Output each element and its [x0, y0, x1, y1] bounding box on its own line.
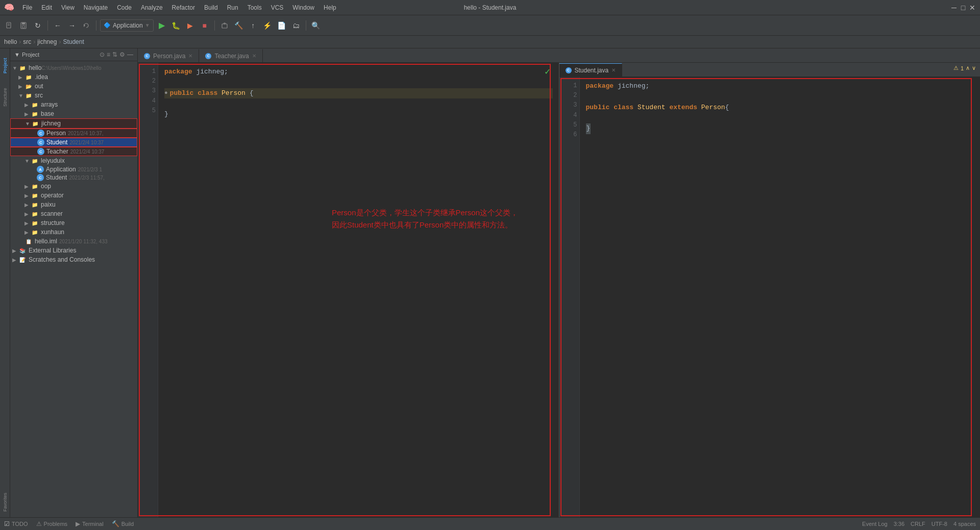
event-log[interactable]: Event Log: [862, 521, 888, 527]
minimize-button[interactable]: ─: [950, 4, 958, 11]
tree-item-application[interactable]: A Application 2021/2/3 1: [10, 165, 137, 173]
run-button[interactable]: ▶: [156, 19, 168, 32]
menu-item-window[interactable]: Window: [288, 3, 318, 12]
run-config-selector[interactable]: 🔷 Application ▼: [100, 19, 154, 32]
toggle-button[interactable]: ⚡: [261, 19, 274, 32]
tree-item-leiyuduix[interactable]: ▼ 📁 leiyuduix: [10, 156, 137, 165]
tree-item-src[interactable]: ▼ 📁 src: [10, 91, 137, 100]
tab-student-java[interactable]: C Student.java ✕: [559, 63, 623, 77]
close-panel-icon[interactable]: —: [127, 51, 133, 58]
tree-item-person[interactable]: C Person 2021/2/4 10:37,: [10, 129, 137, 138]
back-button[interactable]: ←: [52, 19, 64, 32]
menu-item-edit[interactable]: Edit: [37, 3, 56, 12]
tree-item-scanner[interactable]: ▶ 📁 scanner: [10, 209, 137, 218]
menu-item-help[interactable]: Help: [320, 3, 340, 12]
run-coverage-button[interactable]: ▶: [184, 19, 197, 32]
nav-up-icon[interactable]: ∧: [966, 65, 970, 71]
left-code-area[interactable]: package jichneg ; ● public class: [158, 63, 559, 517]
left-editor-content[interactable]: 1 2 3 4 5 package jichneg ;: [138, 63, 559, 517]
maximize-button[interactable]: □: [960, 4, 967, 11]
tree-item-hello-iml[interactable]: 📋 hello.iml 2021/1/20 11:32, 433: [10, 237, 137, 246]
right-editor-content[interactable]: 1 2 3 4 5 6 package jichneg ;: [559, 77, 981, 517]
tab-close-teacher[interactable]: ✕: [252, 53, 256, 59]
window-title: hello - Student.java: [464, 4, 517, 11]
tab-terminal[interactable]: ▶ Terminal: [76, 520, 104, 527]
app-logo-icon: 🧠: [4, 3, 14, 12]
menu-item-analyze[interactable]: Analyze: [137, 3, 167, 12]
tab-close-person[interactable]: ✕: [188, 53, 192, 59]
tree-item-oop[interactable]: ▶ 📁 oop: [10, 182, 137, 191]
locate-icon[interactable]: ⊙: [100, 51, 105, 58]
menu-item-code[interactable]: Code: [113, 3, 136, 12]
menu-item-run[interactable]: Run: [223, 3, 242, 12]
tree-arrow-leiyuduix: ▼: [24, 158, 31, 164]
collapse-icon[interactable]: ≡: [107, 51, 110, 58]
breadcrumb-src[interactable]: src: [23, 38, 31, 45]
menu-item-vcs[interactable]: VCS: [267, 3, 288, 12]
save-button[interactable]: [17, 19, 30, 32]
tab-todo[interactable]: ☑ TODO: [4, 520, 28, 527]
favorites-side-icon[interactable]: Favorites: [1, 487, 10, 517]
ext-libs-icon: 📚: [18, 246, 27, 255]
close-button[interactable]: ✕: [969, 4, 976, 11]
new-file-button[interactable]: [3, 19, 15, 32]
project-side-icon[interactable]: Project: [1, 51, 10, 81]
tab-person-java[interactable]: C Person.java ✕: [138, 49, 199, 62]
open-file-button[interactable]: 📄: [276, 19, 288, 32]
menu-item-view[interactable]: View: [57, 3, 79, 12]
revert-button[interactable]: [80, 19, 92, 32]
nav-down-icon[interactable]: ∨: [972, 65, 976, 71]
folder-icon-paixu: 📁: [31, 200, 39, 209]
debug-button[interactable]: 🐛: [170, 19, 182, 32]
build-button[interactable]: [218, 19, 231, 32]
search-everywhere-button[interactable]: 🔍: [310, 19, 322, 32]
tree-item-student[interactable]: C Student 2021/2/4 10:37: [10, 138, 137, 147]
right-code-area[interactable]: package jichneg ; public class Student: [580, 77, 981, 517]
tab-close-student[interactable]: ✕: [611, 67, 616, 73]
sync-button[interactable]: ↻: [32, 19, 44, 32]
tree-label-jichneg: jichneg: [41, 120, 61, 127]
tree-item-arrays[interactable]: ▶ 📁 arrays: [10, 100, 137, 109]
sort-icon[interactable]: ⇅: [112, 51, 117, 58]
tree-item-operator[interactable]: ▶ 📁 operator: [10, 191, 137, 200]
breadcrumb-jichneg[interactable]: jichneg: [37, 38, 57, 45]
tree-item-student2[interactable]: C Student 2021/2/3 11:57,: [10, 173, 137, 182]
stop-button[interactable]: ■: [199, 19, 211, 32]
tree-item-structure[interactable]: ▶ 📁 structure: [10, 218, 137, 228]
structure-side-icon[interactable]: Structure: [1, 82, 10, 113]
tree-item-idea[interactable]: ▶ 📁 .idea: [10, 72, 137, 82]
tree-item-external-libs[interactable]: ▶ 📚 External Libraries: [10, 246, 137, 255]
tree-item-xunhaun[interactable]: ▶ 📁 xunhaun: [10, 228, 137, 237]
menu-item-build[interactable]: Build: [200, 3, 222, 12]
menu-item-tools[interactable]: Tools: [243, 3, 266, 12]
status-charset[interactable]: UTF-8: [932, 521, 947, 527]
tab-build[interactable]: 🔨 Build: [112, 520, 134, 527]
tree-item-hello[interactable]: ▼ 📁 hello C:\Users\Windows10\hello: [10, 63, 137, 72]
status-indent[interactable]: 4 spaces: [953, 521, 976, 527]
tree-item-out[interactable]: ▶ 📂 out: [10, 82, 137, 91]
tab-problems[interactable]: ⚠ Problems: [36, 520, 67, 527]
build-project-button[interactable]: 🔨: [233, 19, 245, 32]
run-config-label: Application: [113, 22, 143, 29]
tree-item-teacher[interactable]: C Teacher 2021/2/4 10:37: [10, 147, 137, 156]
tab-teacher-java[interactable]: C Teacher.java ✕: [199, 49, 262, 62]
toolbar-sep-4: [306, 20, 306, 31]
tree-item-paixu[interactable]: ▶ 📁 paixu: [10, 200, 137, 209]
settings-icon[interactable]: ⚙: [119, 51, 125, 58]
menu-item-file[interactable]: File: [18, 3, 36, 12]
status-position[interactable]: 3:36: [894, 521, 904, 527]
project-structure-button[interactable]: 🗂: [290, 19, 302, 32]
forward-button[interactable]: →: [66, 19, 78, 32]
tree-item-jichneg[interactable]: ▼ 📁 jichneg: [10, 118, 137, 129]
tree-item-scratches[interactable]: ▶ 📝 Scratches and Consoles: [10, 255, 137, 264]
build-icon: 🔨: [112, 520, 119, 527]
update-button[interactable]: ↑: [247, 19, 259, 32]
kw-extends: extends: [669, 103, 697, 113]
menu-item-refactor[interactable]: Refactor: [168, 3, 199, 12]
project-dropdown-icon[interactable]: ▼: [14, 52, 20, 58]
tree-item-base[interactable]: ▶ 📁 base: [10, 109, 137, 118]
cls-student: Student: [638, 103, 666, 113]
menu-item-navigate[interactable]: Navigate: [80, 3, 112, 12]
status-crlf[interactable]: CRLF: [911, 521, 925, 527]
breadcrumb-hello[interactable]: hello: [4, 38, 17, 45]
